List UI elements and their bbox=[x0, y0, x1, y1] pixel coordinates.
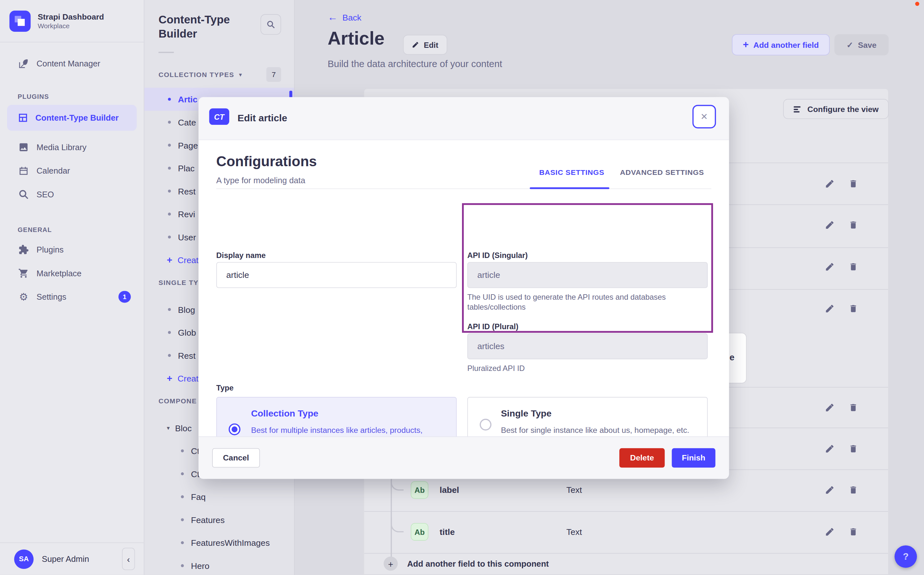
bullet-icon bbox=[181, 449, 184, 452]
trash-icon[interactable] bbox=[849, 527, 858, 537]
field-row-actions bbox=[825, 403, 858, 412]
bullet-icon bbox=[168, 308, 171, 311]
modal-footer: Cancel Delete Finish bbox=[199, 437, 729, 479]
pencil-icon[interactable] bbox=[825, 527, 835, 537]
sidebar-item-plugins[interactable]: Plugins bbox=[0, 238, 144, 262]
bullet-icon bbox=[168, 213, 171, 216]
row-divider bbox=[364, 553, 889, 553]
pencil-icon[interactable] bbox=[825, 403, 835, 412]
sidebar-item-settings[interactable]: ⚙ Settings 1 bbox=[0, 285, 144, 308]
settings-notification-badge: 1 bbox=[118, 291, 131, 303]
bullet-icon bbox=[181, 518, 184, 521]
sidebar-item-label: Marketplace bbox=[37, 268, 81, 278]
text-field-badge: Ab bbox=[410, 523, 428, 541]
finish-button[interactable]: Finish bbox=[672, 448, 715, 468]
image-icon bbox=[17, 141, 30, 153]
field-row-actions bbox=[825, 179, 858, 188]
api-id-singular-input[interactable] bbox=[468, 262, 708, 288]
sidebar-item-label: Media Library bbox=[37, 143, 87, 152]
radio-unselected-icon[interactable] bbox=[480, 419, 491, 430]
strapi-logo-icon bbox=[9, 10, 30, 32]
sidebar-item-calendar[interactable]: Calendar bbox=[0, 159, 144, 183]
bullet-icon bbox=[181, 472, 184, 475]
app-root: Strapi Dashboard Workplace Content Manag… bbox=[0, 0, 924, 575]
pencil-icon bbox=[412, 41, 419, 48]
sidebar-item-seo[interactable]: SEO bbox=[0, 183, 144, 206]
search-icon bbox=[267, 20, 275, 29]
panel-title: Content-Type Builder bbox=[159, 13, 259, 41]
display-name-input[interactable] bbox=[216, 262, 457, 288]
modal-title: Edit article bbox=[238, 113, 287, 124]
field-row-actions bbox=[825, 444, 858, 453]
filter-lines-icon bbox=[793, 105, 802, 114]
add-another-field-button[interactable]: + Add another field bbox=[732, 34, 830, 55]
trash-icon[interactable] bbox=[849, 403, 858, 412]
tab-advanced-settings[interactable]: ADVANCED SETTINGS bbox=[620, 168, 704, 177]
bullet-icon bbox=[168, 167, 171, 170]
pencil-icon[interactable] bbox=[825, 485, 835, 494]
sidebar-item-media-library[interactable]: Media Library bbox=[0, 135, 144, 159]
api-id-singular-label: API ID (Singular) bbox=[468, 251, 528, 260]
pencil-icon[interactable] bbox=[825, 304, 835, 313]
save-button[interactable]: ✓ Save bbox=[835, 34, 889, 55]
component-item[interactable]: FeaturesWithImages bbox=[145, 531, 294, 554]
tab-basic-settings[interactable]: BASIC SETTINGS bbox=[539, 168, 604, 177]
configure-view-button[interactable]: Configure the view bbox=[783, 99, 889, 119]
component-item[interactable]: Hero bbox=[145, 554, 294, 575]
field-row-actions bbox=[825, 220, 858, 229]
trash-icon[interactable] bbox=[849, 262, 858, 272]
arrow-left-icon: ← bbox=[328, 12, 338, 24]
back-link[interactable]: ← Back bbox=[328, 12, 361, 24]
trash-icon[interactable] bbox=[849, 304, 858, 313]
bullet-icon bbox=[168, 121, 171, 124]
api-id-plural-hint: Pluralized API ID bbox=[468, 363, 525, 373]
avatar[interactable]: SA bbox=[14, 549, 34, 569]
api-id-plural-input[interactable] bbox=[468, 334, 708, 359]
chevron-down-icon: ▾ bbox=[239, 71, 242, 78]
plus-icon: + bbox=[167, 373, 172, 384]
add-field-to-component-link[interactable]: Add another field to this component bbox=[407, 559, 549, 568]
field-row-actions bbox=[825, 262, 858, 272]
active-tab-underline bbox=[530, 187, 609, 189]
delete-button[interactable]: Delete bbox=[619, 448, 665, 468]
plus-icon: + bbox=[743, 39, 749, 51]
pencil-icon[interactable] bbox=[825, 262, 835, 272]
layout-grid-icon bbox=[17, 113, 28, 123]
help-button[interactable]: ? bbox=[894, 545, 917, 568]
chevron-down-icon: ▾ bbox=[167, 424, 170, 431]
plus-icon: + bbox=[167, 255, 172, 265]
content-type-badge: CT bbox=[209, 108, 229, 125]
sidebar-section-general: GENERAL bbox=[0, 226, 144, 233]
trash-icon[interactable] bbox=[849, 444, 858, 453]
collapse-sidebar-button[interactable]: ‹ bbox=[122, 548, 135, 570]
pencil-icon[interactable] bbox=[825, 444, 835, 453]
cart-icon bbox=[17, 267, 30, 279]
sidebar-item-content-type-builder[interactable]: Content-Type Builder bbox=[7, 105, 137, 131]
panel-divider bbox=[159, 52, 174, 53]
panel-search-button[interactable] bbox=[260, 14, 281, 35]
radio-selected-icon[interactable] bbox=[229, 424, 240, 435]
add-field-to-component-plus-icon[interactable]: + bbox=[384, 557, 398, 571]
component-item[interactable]: Features bbox=[145, 508, 294, 531]
puzzle-icon bbox=[17, 244, 30, 256]
sidebar-item-content-manager[interactable]: Content Manager bbox=[0, 52, 144, 75]
bullet-icon bbox=[181, 496, 184, 498]
bullet-icon bbox=[168, 235, 171, 238]
trash-icon[interactable] bbox=[849, 179, 858, 188]
close-icon[interactable]: ✕ bbox=[692, 105, 716, 129]
trash-icon[interactable] bbox=[849, 220, 858, 229]
brand[interactable]: Strapi Dashboard Workplace bbox=[0, 0, 144, 42]
component-item[interactable]: Faq bbox=[145, 485, 294, 508]
check-icon: ✓ bbox=[847, 40, 853, 49]
display-name-label: Display name bbox=[216, 251, 266, 260]
type-label: Type bbox=[216, 383, 234, 392]
pencil-icon[interactable] bbox=[825, 220, 835, 229]
pencil-icon[interactable] bbox=[825, 179, 835, 188]
cancel-button[interactable]: Cancel bbox=[212, 448, 260, 468]
page-title: Article bbox=[328, 28, 385, 49]
trash-icon[interactable] bbox=[849, 485, 858, 494]
sidebar-item-marketplace[interactable]: Marketplace bbox=[0, 262, 144, 285]
collection-types-header[interactable]: COLLECTION TYPES ▾ 7 bbox=[145, 67, 294, 82]
edit-content-type-button[interactable]: Edit bbox=[403, 35, 447, 54]
gear-icon: ⚙ bbox=[17, 291, 30, 303]
